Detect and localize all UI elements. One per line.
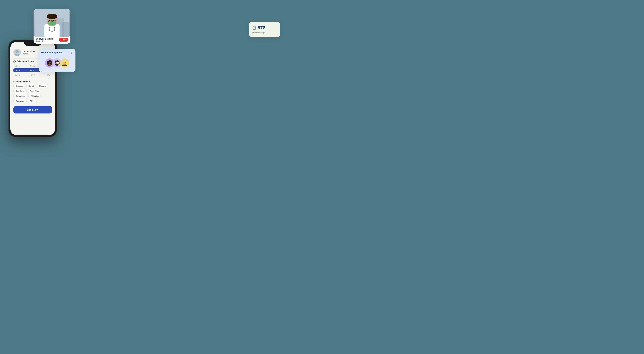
option-emergency[interactable]: Emergency [14,99,27,103]
options-title: Choose an option [14,80,52,83]
patient-mgmt-header: Patient Management ⋮ [41,51,73,54]
options-grid: Check-up Revisit Cleaning Root Canal Too… [14,84,52,103]
option-toothfilling[interactable]: Tooth Filling [28,89,42,93]
doctor-photo [34,9,70,36]
svg-point-1 [14,54,20,56]
video-doctor-specialty: Neurologist [36,40,53,42]
doctor-avatar [14,49,21,56]
stats-label: ports Screenings [252,32,277,34]
option-cleaning[interactable]: Cleaning [37,84,48,88]
three-dots-menu[interactable]: ⋮ [70,51,73,54]
stats-number: 578 [258,25,266,30]
doctor-info: Dr. Josh M. Dentist [22,50,36,55]
date-col: Jan 5 [15,65,27,67]
doctor-video-info: Dr. Jayson Tatums Neurologist End [34,36,70,43]
svg-point-0 [16,50,19,53]
patient-avatar-3: 👱🏼‍♀️ [60,58,69,67]
svg-point-8 [46,14,57,19]
option-consultation[interactable]: Consultation [14,94,28,98]
svg-point-9 [48,21,56,25]
doctor-video-card: Dr. Jayson Tatums Neurologist End [34,9,70,43]
option-filling[interactable]: Filling [28,99,36,103]
time-col-3: 8:00 [27,74,38,76]
date-col-3: Jan 5 [15,74,27,76]
option-rootcanal[interactable]: Root Canal [14,89,27,93]
stats-card: 📋 578 ports Screenings [249,22,280,37]
time-col: 06:30 [27,65,38,67]
end-call-button[interactable]: End [59,38,68,41]
time-col-active: 06:30 [27,69,38,71]
video-doctor-details: Dr. Jayson Tatums Neurologist [36,38,53,42]
date-col-active: Jan 5 [15,69,27,71]
period-col-3: PM [38,74,50,76]
patient-avatars: 🧑🏿 🧔🏻 👱🏼‍♀️ [41,57,73,69]
doctor-specialty: Dentist [22,53,36,55]
clock-icon [14,60,16,62]
book-now-button[interactable]: Book Now [14,106,52,113]
svg-point-14 [53,20,54,21]
option-revisit[interactable]: Revisit [26,84,36,88]
stats-icon: 📋 [252,26,256,30]
time-row-3[interactable]: Jan 5 8:00 PM [14,73,52,77]
options-section: Choose an option Check-up Revisit Cleani… [10,79,55,105]
option-checkup[interactable]: Check-up [14,84,25,88]
patient-mgmt-title: Patient Management [41,51,62,54]
doctor-name: Dr. Josh M. [22,50,36,53]
option-whitening[interactable]: Whitening [28,94,41,98]
svg-rect-4 [62,22,69,37]
video-doctor-name: Dr. Jayson Tatums [36,38,53,40]
svg-point-13 [49,20,50,21]
patient-management-card: Patient Management ⋮ 🧑🏿 🧔🏻 👱🏼‍♀️ [38,49,76,72]
stats-header: 📋 578 [252,25,277,30]
